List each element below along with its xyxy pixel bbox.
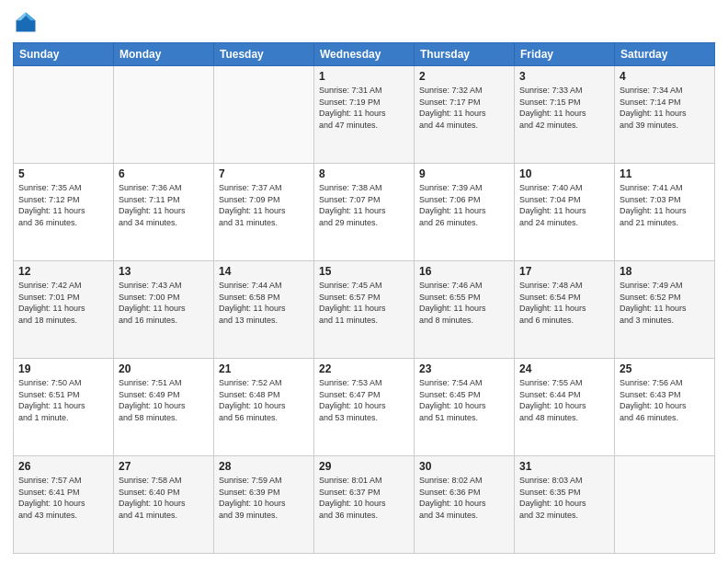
page: SundayMondayTuesdayWednesdayThursdayFrid… <box>0 0 728 563</box>
empty-cell <box>214 66 314 164</box>
day-number: 3 <box>519 70 609 83</box>
day-cell-4: 4Sunrise: 7:34 AM Sunset: 7:14 PM Daylig… <box>615 66 715 164</box>
day-number: 28 <box>219 460 309 473</box>
day-info: Sunrise: 7:59 AM Sunset: 6:39 PM Dayligh… <box>219 475 309 521</box>
day-number: 2 <box>419 70 509 83</box>
day-number: 21 <box>219 362 309 375</box>
day-cell-19: 19Sunrise: 7:50 AM Sunset: 6:51 PM Dayli… <box>14 359 114 456</box>
day-number: 4 <box>620 70 710 83</box>
day-cell-28: 28Sunrise: 7:59 AM Sunset: 6:39 PM Dayli… <box>214 456 314 554</box>
day-cell-26: 26Sunrise: 7:57 AM Sunset: 6:41 PM Dayli… <box>14 456 114 554</box>
day-number: 18 <box>620 265 710 278</box>
day-info: Sunrise: 7:51 AM Sunset: 6:49 PM Dayligh… <box>119 377 209 423</box>
day-cell-12: 12Sunrise: 7:42 AM Sunset: 7:01 PM Dayli… <box>14 261 114 359</box>
day-number: 16 <box>419 265 509 278</box>
day-info: Sunrise: 7:39 AM Sunset: 7:06 PM Dayligh… <box>419 182 509 228</box>
day-number: 9 <box>419 167 509 180</box>
day-number: 29 <box>319 460 409 473</box>
day-info: Sunrise: 7:34 AM Sunset: 7:14 PM Dayligh… <box>620 85 710 131</box>
weekday-header-saturday: Saturday <box>615 43 715 66</box>
day-cell-6: 6Sunrise: 7:36 AM Sunset: 7:11 PM Daylig… <box>114 164 214 261</box>
day-number: 1 <box>319 70 409 83</box>
calendar-week-4: 19Sunrise: 7:50 AM Sunset: 6:51 PM Dayli… <box>14 359 715 456</box>
day-cell-21: 21Sunrise: 7:52 AM Sunset: 6:48 PM Dayli… <box>214 359 314 456</box>
day-number: 14 <box>219 265 309 278</box>
weekday-header-thursday: Thursday <box>415 43 515 66</box>
day-cell-17: 17Sunrise: 7:48 AM Sunset: 6:54 PM Dayli… <box>515 261 615 359</box>
day-number: 7 <box>219 167 309 180</box>
day-cell-1: 1Sunrise: 7:31 AM Sunset: 7:19 PM Daylig… <box>314 66 415 164</box>
day-number: 5 <box>18 167 108 180</box>
day-number: 17 <box>519 265 609 278</box>
day-cell-2: 2Sunrise: 7:32 AM Sunset: 7:17 PM Daylig… <box>415 66 515 164</box>
day-number: 11 <box>620 167 710 180</box>
day-cell-27: 27Sunrise: 7:58 AM Sunset: 6:40 PM Dayli… <box>114 456 214 554</box>
day-number: 27 <box>119 460 209 473</box>
day-number: 25 <box>620 362 710 375</box>
weekday-header-monday: Monday <box>114 43 214 66</box>
weekday-header-sunday: Sunday <box>14 43 114 66</box>
logo-icon <box>13 9 39 35</box>
day-number: 22 <box>319 362 409 375</box>
day-cell-14: 14Sunrise: 7:44 AM Sunset: 6:58 PM Dayli… <box>214 261 314 359</box>
day-cell-13: 13Sunrise: 7:43 AM Sunset: 7:00 PM Dayli… <box>114 261 214 359</box>
day-number: 15 <box>319 265 409 278</box>
day-info: Sunrise: 7:40 AM Sunset: 7:04 PM Dayligh… <box>519 182 609 228</box>
day-info: Sunrise: 7:48 AM Sunset: 6:54 PM Dayligh… <box>519 280 609 326</box>
day-number: 24 <box>519 362 609 375</box>
day-info: Sunrise: 7:53 AM Sunset: 6:47 PM Dayligh… <box>319 377 409 423</box>
day-cell-23: 23Sunrise: 7:54 AM Sunset: 6:45 PM Dayli… <box>415 359 515 456</box>
day-info: Sunrise: 7:54 AM Sunset: 6:45 PM Dayligh… <box>419 377 509 423</box>
day-info: Sunrise: 8:03 AM Sunset: 6:35 PM Dayligh… <box>519 475 609 521</box>
day-number: 26 <box>18 460 108 473</box>
day-number: 30 <box>419 460 509 473</box>
day-cell-29: 29Sunrise: 8:01 AM Sunset: 6:37 PM Dayli… <box>314 456 415 554</box>
day-cell-31: 31Sunrise: 8:03 AM Sunset: 6:35 PM Dayli… <box>515 456 615 554</box>
day-info: Sunrise: 7:33 AM Sunset: 7:15 PM Dayligh… <box>519 85 609 131</box>
day-info: Sunrise: 8:02 AM Sunset: 6:36 PM Dayligh… <box>419 475 509 521</box>
day-number: 20 <box>119 362 209 375</box>
day-cell-30: 30Sunrise: 8:02 AM Sunset: 6:36 PM Dayli… <box>415 456 515 554</box>
day-info: Sunrise: 7:58 AM Sunset: 6:40 PM Dayligh… <box>119 475 209 521</box>
day-cell-8: 8Sunrise: 7:38 AM Sunset: 7:07 PM Daylig… <box>314 164 415 261</box>
day-info: Sunrise: 7:46 AM Sunset: 6:55 PM Dayligh… <box>419 280 509 326</box>
day-cell-16: 16Sunrise: 7:46 AM Sunset: 6:55 PM Dayli… <box>415 261 515 359</box>
day-info: Sunrise: 7:36 AM Sunset: 7:11 PM Dayligh… <box>119 182 209 228</box>
day-number: 31 <box>519 460 609 473</box>
day-info: Sunrise: 7:56 AM Sunset: 6:43 PM Dayligh… <box>620 377 710 423</box>
day-info: Sunrise: 7:55 AM Sunset: 6:44 PM Dayligh… <box>519 377 609 423</box>
empty-cell <box>615 456 715 554</box>
day-info: Sunrise: 7:50 AM Sunset: 6:51 PM Dayligh… <box>18 377 108 423</box>
calendar: SundayMondayTuesdayWednesdayThursdayFrid… <box>13 42 715 554</box>
header <box>13 9 715 35</box>
day-cell-22: 22Sunrise: 7:53 AM Sunset: 6:47 PM Dayli… <box>314 359 415 456</box>
day-cell-7: 7Sunrise: 7:37 AM Sunset: 7:09 PM Daylig… <box>214 164 314 261</box>
day-info: Sunrise: 7:35 AM Sunset: 7:12 PM Dayligh… <box>18 182 108 228</box>
day-info: Sunrise: 7:38 AM Sunset: 7:07 PM Dayligh… <box>319 182 409 228</box>
day-cell-11: 11Sunrise: 7:41 AM Sunset: 7:03 PM Dayli… <box>615 164 715 261</box>
day-info: Sunrise: 7:37 AM Sunset: 7:09 PM Dayligh… <box>219 182 309 228</box>
day-info: Sunrise: 8:01 AM Sunset: 6:37 PM Dayligh… <box>319 475 409 521</box>
day-cell-3: 3Sunrise: 7:33 AM Sunset: 7:15 PM Daylig… <box>515 66 615 164</box>
weekday-header-row: SundayMondayTuesdayWednesdayThursdayFrid… <box>14 43 715 66</box>
day-cell-25: 25Sunrise: 7:56 AM Sunset: 6:43 PM Dayli… <box>615 359 715 456</box>
day-cell-18: 18Sunrise: 7:49 AM Sunset: 6:52 PM Dayli… <box>615 261 715 359</box>
day-number: 13 <box>119 265 209 278</box>
day-info: Sunrise: 7:43 AM Sunset: 7:00 PM Dayligh… <box>119 280 209 326</box>
day-number: 19 <box>18 362 108 375</box>
weekday-header-friday: Friday <box>515 43 615 66</box>
day-info: Sunrise: 7:57 AM Sunset: 6:41 PM Dayligh… <box>18 475 108 521</box>
calendar-week-2: 5Sunrise: 7:35 AM Sunset: 7:12 PM Daylig… <box>14 164 715 261</box>
day-info: Sunrise: 7:49 AM Sunset: 6:52 PM Dayligh… <box>620 280 710 326</box>
day-info: Sunrise: 7:41 AM Sunset: 7:03 PM Dayligh… <box>620 182 710 228</box>
day-number: 8 <box>319 167 409 180</box>
day-info: Sunrise: 7:31 AM Sunset: 7:19 PM Dayligh… <box>319 85 409 131</box>
day-info: Sunrise: 7:52 AM Sunset: 6:48 PM Dayligh… <box>219 377 309 423</box>
calendar-week-5: 26Sunrise: 7:57 AM Sunset: 6:41 PM Dayli… <box>14 456 715 554</box>
day-info: Sunrise: 7:44 AM Sunset: 6:58 PM Dayligh… <box>219 280 309 326</box>
day-cell-15: 15Sunrise: 7:45 AM Sunset: 6:57 PM Dayli… <box>314 261 415 359</box>
day-info: Sunrise: 7:32 AM Sunset: 7:17 PM Dayligh… <box>419 85 509 131</box>
day-number: 6 <box>119 167 209 180</box>
day-cell-20: 20Sunrise: 7:51 AM Sunset: 6:49 PM Dayli… <box>114 359 214 456</box>
day-cell-24: 24Sunrise: 7:55 AM Sunset: 6:44 PM Dayli… <box>515 359 615 456</box>
